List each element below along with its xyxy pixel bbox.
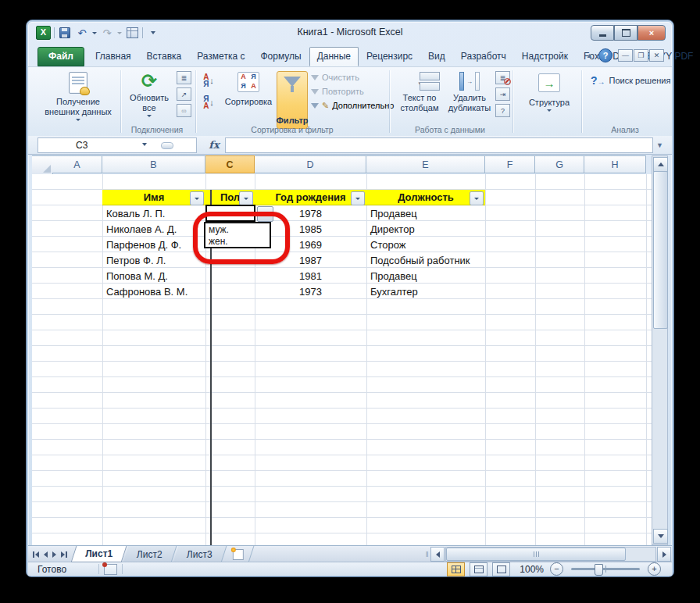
filter-dropdown-button-C[interactable] xyxy=(239,191,253,205)
remove-duplicates-button[interactable]: → Удалить дубликаты xyxy=(445,72,494,113)
cell-E6[interactable]: Подсобный работник xyxy=(366,252,485,268)
workbook-restore-button[interactable]: ❐ xyxy=(634,49,648,62)
column-header-A[interactable]: A xyxy=(52,155,102,173)
cell-B3[interactable]: Коваль Л. П. xyxy=(102,205,205,221)
page-layout-view-button[interactable] xyxy=(470,562,488,576)
scroll-left-button[interactable] xyxy=(430,547,445,562)
sort-label: Сортировка xyxy=(225,97,272,107)
refresh-all-button[interactable]: ⟳ Обновить все xyxy=(125,72,173,117)
first-sheet-button[interactable] xyxy=(33,551,39,558)
expand-formula-bar-icon[interactable]: ▼ xyxy=(656,141,663,149)
scroll-up-button[interactable] xyxy=(653,157,668,172)
horizontal-scrollbar[interactable] xyxy=(430,546,672,562)
formula-bar-splitter[interactable] xyxy=(161,142,173,149)
tab-рецензирс[interactable]: Рецензирс xyxy=(359,47,420,66)
cell-D8[interactable]: 1973 xyxy=(255,284,366,299)
column-header-E[interactable]: E xyxy=(366,155,485,173)
tab-разработч[interactable]: Разработч xyxy=(453,47,514,66)
horizontal-scrollbar-track[interactable] xyxy=(445,547,656,562)
collapse-ribbon-icon[interactable]: ▲ xyxy=(586,52,593,59)
tab-данные[interactable]: Данные xyxy=(309,47,359,66)
solver-button[interactable]: ?→ Поиск решения xyxy=(591,74,670,87)
tab-вид[interactable]: Вид xyxy=(420,47,453,66)
data-validation-icon[interactable]: ≣ xyxy=(495,71,510,84)
tab-главная[interactable]: Главная xyxy=(88,47,139,66)
column-header-B[interactable]: B xyxy=(102,155,205,173)
sort-za-descending-button[interactable]: ЯА↓ xyxy=(200,94,217,111)
fx-icon[interactable]: fx xyxy=(205,137,223,152)
workbook-close-button[interactable]: ✕ xyxy=(649,49,664,62)
insert-sheet-tab[interactable] xyxy=(223,546,254,562)
column-header-G[interactable]: G xyxy=(535,155,584,173)
minimize-button[interactable] xyxy=(591,25,614,41)
maximize-button[interactable] xyxy=(614,25,638,41)
column-header-H[interactable]: H xyxy=(584,155,646,173)
zoom-out-button[interactable]: − xyxy=(550,562,563,576)
workbook-minimize-button[interactable]: — xyxy=(618,49,633,62)
column-header-F[interactable]: F xyxy=(485,155,535,173)
filter-button[interactable]: Фильтр xyxy=(277,71,308,129)
select-all-corner[interactable] xyxy=(32,155,53,175)
name-box-dropdown-icon[interactable] xyxy=(142,143,147,146)
consolidate-icon[interactable]: ⇥ xyxy=(495,87,510,101)
zoom-in-button[interactable]: + xyxy=(648,562,661,576)
cell-E3[interactable]: Продавец xyxy=(366,205,485,221)
tab-формулы[interactable]: Формулы xyxy=(252,47,309,66)
cell-B7[interactable]: Попова М. Д. xyxy=(102,268,205,284)
solver-label: Поиск решения xyxy=(609,76,671,85)
cell-B4[interactable]: Николаев А. Д. xyxy=(102,221,205,237)
cell-B5[interactable]: Парфенов Д. Ф. xyxy=(102,237,205,252)
edit-links-icon[interactable]: ↗ xyxy=(177,87,191,101)
group-label-data-tools: Работа с данными xyxy=(389,125,511,134)
vertical-scrollbar-thumb[interactable] xyxy=(653,171,668,329)
what-if-analysis-icon[interactable]: ? xyxy=(495,104,510,117)
tab-разметка-с[interactable]: Разметка с xyxy=(189,47,252,66)
page-break-view-button[interactable] xyxy=(492,562,510,576)
help-icon[interactable]: ? xyxy=(598,48,612,62)
cell-B8[interactable]: Сафронова В. М. xyxy=(102,284,205,299)
filter-dropdown-button-E[interactable] xyxy=(470,191,484,205)
tab-file[interactable]: Файл xyxy=(38,47,84,66)
sheet-tab-лист1[interactable]: Лист1 xyxy=(71,546,127,562)
column-header-C[interactable]: C xyxy=(205,155,255,173)
tab-scrollbar-splitter[interactable]: ‖ xyxy=(424,546,430,562)
sort-small-buttons: АЯ↓ ЯА↓ xyxy=(200,72,217,111)
horizontal-scrollbar-thumb[interactable] xyxy=(446,548,626,561)
sheet-tab-лист3[interactable]: Лист3 xyxy=(173,546,227,562)
last-sheet-button[interactable] xyxy=(61,551,67,558)
scroll-right-button[interactable] xyxy=(657,547,671,562)
cell-E7[interactable]: Продавец xyxy=(366,268,485,284)
cell-D7[interactable]: 1981 xyxy=(255,268,366,284)
cell-E4[interactable]: Директор xyxy=(366,221,485,237)
sort-button[interactable]: АЯЯА Сортировка xyxy=(222,72,275,107)
cell-B6[interactable]: Петров Ф. Л. xyxy=(102,252,205,268)
clear-filter-label: Очистить xyxy=(322,73,359,82)
group-divider xyxy=(389,70,390,133)
zoom-slider-thumb[interactable] xyxy=(595,564,603,576)
vertical-scrollbar[interactable] xyxy=(652,155,668,545)
tab-надстройк[interactable]: Надстройк xyxy=(514,47,576,66)
connection-properties-icon[interactable]: ≣ xyxy=(177,71,191,84)
outline-button[interactable]: → Структура xyxy=(522,73,577,112)
sheet-tab-лист2[interactable]: Лист2 xyxy=(123,546,177,562)
outline-arrow-icon: → xyxy=(538,73,560,92)
sort-az-ascending-button[interactable]: АЯ↓ xyxy=(200,72,217,89)
zoom-level[interactable]: 100% xyxy=(520,564,544,575)
filter-dropdown-button-D[interactable] xyxy=(351,191,365,205)
close-button[interactable]: × xyxy=(638,25,666,41)
formula-input[interactable] xyxy=(225,137,653,153)
zoom-slider-track[interactable] xyxy=(571,568,640,570)
previous-sheet-button[interactable] xyxy=(44,551,48,558)
macro-record-icon[interactable] xyxy=(104,564,117,575)
normal-view-button[interactable] xyxy=(447,562,465,576)
tab-вставка[interactable]: Вставка xyxy=(139,47,190,66)
text-to-columns-button[interactable]: ▼ Текст по столбцам xyxy=(395,72,444,113)
get-external-data-button[interactable]: Получение внешних данных xyxy=(41,72,116,121)
filter-dropdown-button-B[interactable] xyxy=(190,191,204,205)
advanced-filter-button[interactable]: ✎ Дополнительно xyxy=(311,98,394,112)
cell-E8[interactable]: Бухгалтер xyxy=(366,284,485,299)
scroll-down-button[interactable] xyxy=(653,529,668,544)
next-sheet-button[interactable] xyxy=(52,551,56,558)
cell-E5[interactable]: Сторож xyxy=(366,237,485,252)
column-header-D[interactable]: D xyxy=(255,155,366,173)
